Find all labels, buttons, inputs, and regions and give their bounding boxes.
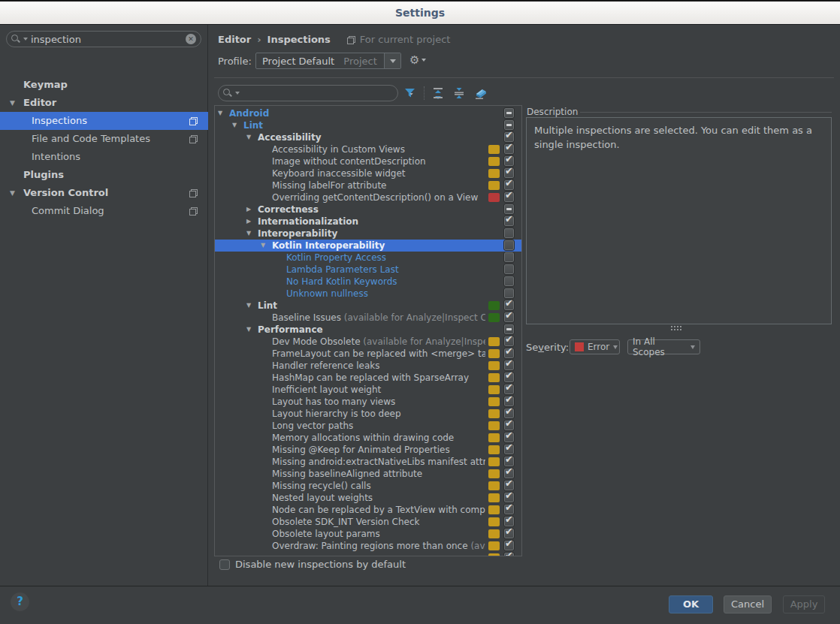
inspection-row-missing-android-extractnativelibs-manifest-attr[interactable]: Missing android:extractNativeLibs manife… [215, 456, 521, 468]
inspection-row-performance[interactable]: ▼Performance [215, 324, 521, 336]
inspection-checkbox[interactable] [503, 191, 515, 203]
inspection-checkbox[interactable] [503, 240, 515, 251]
help-button[interactable]: ? [11, 592, 29, 611]
sidebar-item-inspections[interactable]: Inspections [0, 112, 208, 130]
inspection-row-baseline-issues[interactable]: Baseline Issues (available for Analyze|I… [215, 312, 521, 324]
apply-button[interactable]: Apply [783, 595, 825, 613]
chevron-down-icon[interactable]: ▼ [10, 189, 15, 197]
settings-search-input[interactable] [31, 34, 183, 45]
inspection-row-framelayout-can-be-replaced-with-merge-ta[interactable]: FrameLayout can be replaced with <merge>… [215, 348, 521, 360]
chevron-down-icon[interactable]: ▼ [232, 122, 237, 128]
inspections-search-input[interactable] [243, 88, 393, 99]
ok-button[interactable]: OK [669, 595, 713, 613]
severity-swatch-amber [488, 445, 500, 454]
chevron-down-icon[interactable]: ▼ [261, 242, 265, 249]
sidebar-item-editor[interactable]: ▼Editor [0, 94, 208, 112]
inspection-note: (available for Analyze|Inspect Co [341, 312, 485, 323]
reset-filter-icon[interactable] [473, 86, 488, 101]
severity-combobox[interactable]: Error [570, 339, 620, 354]
sidebar-item-keymap[interactable]: Keymap [0, 76, 208, 94]
inspection-row-lint[interactable]: ▼Lint [215, 300, 521, 312]
inspection-row-hashmap-can-be-replaced-with-sparsearray[interactable]: HashMap can be replaced with SparseArray [215, 372, 521, 384]
inspection-row-accessibility[interactable]: ▼Accessibility [215, 131, 521, 143]
severity-value: Error [588, 342, 609, 352]
inspection-row-overdraw-painting-regions-more-than-once[interactable]: Overdraw: Painting regions more than onc… [215, 540, 521, 552]
inspection-row-obsolete-sdk-int-version-check[interactable]: Obsolete SDK_INT Version Check [215, 516, 521, 528]
sidebar-item-label: Intentions [32, 151, 80, 162]
inspection-row-missing-baselinealigned-attribute[interactable]: Missing baselineAligned attribute [215, 468, 521, 480]
inspection-row-keyboard-inaccessible-widget[interactable]: Keyboard inaccessible widget [215, 167, 521, 179]
breadcrumb-editor[interactable]: Editor [218, 34, 251, 45]
inspection-row-overriding-getcontentdescription-on-a-view[interactable]: Overriding getContentDescription() on a … [215, 191, 521, 203]
inspection-row-missing-keep-for-animated-properties[interactable]: Missing @Keep for Animated Properties [215, 444, 521, 456]
inspection-row-memory-allocations-within-drawing-code[interactable]: Memory allocations within drawing code [215, 432, 521, 444]
inspection-row-handler-reference-leaks[interactable]: Handler reference leaks [215, 360, 521, 372]
inspection-checkbox[interactable] [503, 552, 515, 556]
inspection-row-dev-mode-obsolete[interactable]: Dev Mode Obsolete (available for Analyze… [215, 336, 521, 348]
inspection-row-unknown-nullness[interactable]: Unknown nullness [215, 288, 521, 300]
inspection-row-android[interactable]: ▼Android [215, 107, 521, 119]
inspection-row-no-hard-kotlin-keywords[interactable]: No Hard Kotlin Keywords [215, 276, 521, 288]
expand-all-icon[interactable] [431, 86, 446, 101]
inspection-row-accessibility-in-custom-views[interactable]: Accessibility in Custom Views [215, 143, 521, 155]
profile-actions-button[interactable]: ⚙ [409, 53, 426, 67]
sidebar-item-intentions[interactable]: Intentions [0, 148, 208, 166]
severity-swatch-amber [488, 457, 500, 466]
inspection-checkbox[interactable] [503, 276, 515, 287]
settings-search-field[interactable] [6, 31, 201, 47]
inspection-row-correctness[interactable]: ▶Correctness [215, 203, 521, 216]
inspection-row-missing-labelfor-attribute[interactable]: Missing labelFor attribute [215, 179, 521, 191]
inspection-row-missing-recycle-calls[interactable]: Missing recycle() calls [215, 480, 521, 492]
inspection-row-inefficient-layout-weight[interactable]: Inefficient layout weight [215, 384, 521, 396]
inspection-row-image-without-contentdescription[interactable]: Image without contentDescription [215, 155, 521, 167]
search-options-caret-icon[interactable] [235, 92, 240, 95]
inspection-label: Lambda Parameters Last [286, 264, 485, 275]
chevron-down-icon[interactable]: ▼ [246, 134, 251, 140]
inspection-checkbox[interactable] [503, 264, 515, 275]
inspection-checkbox[interactable] [503, 228, 515, 239]
inspection-row-long-vector-paths[interactable]: Long vector paths [215, 420, 521, 432]
severity-swatch-amber [488, 361, 500, 370]
inspection-row-obsolete-layout-params[interactable]: Obsolete layout params [215, 528, 521, 540]
inspection-row-lambda-parameters-last[interactable]: Lambda Parameters Last [215, 264, 521, 276]
inspection-checkbox[interactable] [503, 107, 515, 119]
inspection-row-layout-hierarchy-is-too-deep[interactable]: Layout hierarchy is too deep [215, 408, 521, 420]
inspection-checkbox[interactable] [503, 312, 515, 323]
collapse-all-icon[interactable] [452, 86, 467, 101]
sidebar-item-file-and-code-templates[interactable]: File and Code Templates [0, 130, 208, 148]
cancel-button[interactable]: Cancel [724, 595, 772, 613]
profile-suffix: Project [343, 56, 376, 67]
chevron-right-icon[interactable]: ▶ [246, 218, 251, 225]
profile-dropdown-button[interactable] [384, 53, 400, 68]
search-options-caret-icon[interactable] [23, 38, 28, 41]
chevron-down-icon[interactable]: ▼ [246, 302, 251, 309]
sidebar-item-plugins[interactable]: Plugins [0, 166, 208, 184]
inspection-row-kotlin-property-access[interactable]: Kotlin Property Access [215, 252, 521, 264]
inspection-row-node-can-be-replaced-by-a-textview-with-comp[interactable]: Node can be replaced by a TextView with … [215, 504, 521, 516]
inspections-search-field[interactable] [218, 85, 398, 101]
filter-icon[interactable] [403, 86, 418, 101]
inspection-row-interoperability[interactable]: ▼Interoperability [215, 228, 521, 240]
copy-scheme-icon [189, 135, 198, 143]
profile-combobox[interactable]: Project Default Project [255, 53, 401, 69]
sidebar-item-commit-dialog[interactable]: Commit Dialog [0, 202, 208, 220]
inspection-row-row[interactable] [215, 552, 521, 556]
splitter-grip[interactable] [671, 326, 681, 330]
scope-combobox[interactable]: In All Scopes [627, 339, 700, 354]
chevron-down-icon[interactable]: ▼ [10, 99, 15, 107]
chevron-down-icon[interactable]: ▼ [246, 230, 251, 237]
inspection-row-layout-has-too-many-views[interactable]: Layout has too many views [215, 396, 521, 408]
inspection-row-internationalization[interactable]: ▶Internationalization [215, 216, 521, 228]
chevron-right-icon[interactable]: ▶ [246, 206, 251, 213]
inspection-checkbox[interactable] [503, 252, 515, 263]
inspection-row-lint[interactable]: ▼Lint [215, 119, 521, 131]
inspection-row-kotlin-interoperability[interactable]: ▼Kotlin Interoperability [215, 240, 521, 252]
inspection-checkbox[interactable] [503, 216, 515, 227]
inspection-row-nested-layout-weights[interactable]: Nested layout weights [215, 492, 521, 504]
chevron-down-icon[interactable]: ▼ [246, 326, 251, 333]
disable-new-inspections-checkbox[interactable] [219, 559, 230, 570]
sidebar-item-version-control[interactable]: ▼Version Control [0, 184, 208, 202]
clear-search-icon[interactable] [186, 34, 196, 44]
disable-new-inspections-label: Disable new inspections by default [235, 559, 406, 570]
chevron-down-icon[interactable]: ▼ [218, 110, 222, 116]
